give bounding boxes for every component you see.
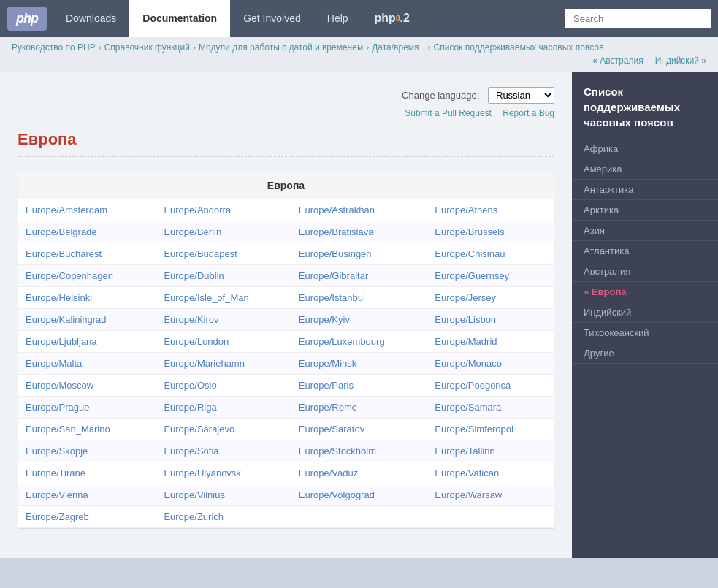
table-cell: Europe/Malta [18, 353, 156, 375]
tz-link[interactable]: Europe/Vatican [435, 467, 499, 478]
tz-link[interactable]: Europe/Busingen [299, 248, 372, 259]
breadcrumb-nav-right: « Австралия Индийский » [592, 56, 706, 66]
tz-link[interactable]: Europe/Moscow [26, 380, 93, 391]
breadcrumb-link-4[interactable]: Дата/время [372, 42, 419, 53]
tz-link[interactable]: Europe/Andorra [164, 205, 231, 215]
table-cell: Europe/Belgrade [18, 221, 156, 243]
tz-link[interactable]: Europe/Dublin [164, 270, 224, 281]
sidebar-item-другие[interactable]: Другие [572, 343, 718, 364]
tz-link[interactable]: Europe/Vaduz [299, 467, 358, 478]
tz-link[interactable]: Europe/Vilnius [164, 489, 225, 500]
tz-link[interactable]: Europe/Tallinn [435, 446, 494, 457]
table-cell: Europe/Vilnius [156, 484, 291, 506]
tz-link[interactable]: Europe/Berlin [164, 226, 221, 237]
tz-link[interactable]: Europe/Warsaw [435, 489, 502, 500]
tz-link[interactable]: Europe/Guernsey [435, 270, 509, 281]
tz-link[interactable]: Europe/Podgorica [435, 380, 511, 391]
tz-link[interactable]: Europe/Jersey [435, 292, 496, 303]
tz-link[interactable]: Europe/Athens [435, 205, 497, 215]
tz-link[interactable]: Europe/Luxembourg [299, 336, 385, 347]
tz-link[interactable]: Europe/Samara [435, 402, 501, 413]
tz-link[interactable]: Europe/Malta [26, 358, 82, 369]
tz-link[interactable]: Europe/Saratov [299, 424, 364, 435]
nav-downloads[interactable]: Downloads [53, 0, 129, 37]
tz-link[interactable]: Europe/Chisinau [435, 248, 505, 259]
sidebar-item-азия[interactable]: Азия [572, 221, 718, 241]
table-cell: Europe/Paris [291, 375, 427, 397]
tz-link[interactable]: Europe/Skopje [26, 446, 88, 457]
tz-link[interactable]: Europe/Tirane [26, 467, 85, 478]
tz-link[interactable]: Europe/London [164, 336, 229, 347]
tz-link[interactable]: Europe/Astrakhan [299, 205, 375, 215]
tz-link[interactable]: Europe/Zagreb [26, 511, 89, 522]
tz-link[interactable]: Europe/Budapest [164, 248, 237, 259]
tz-link[interactable]: Europe/Amsterdam [26, 205, 107, 215]
tz-link[interactable]: Europe/Copenhagen [26, 270, 113, 281]
tz-link[interactable]: Europe/Kyiv [299, 314, 350, 325]
tz-link[interactable]: Europe/Kaliningrad [26, 314, 107, 325]
tz-table: Европа Europe/AmsterdamEurope/AndorraEur… [18, 172, 554, 528]
table-cell: Europe/Zurich [156, 506, 291, 528]
tz-link[interactable]: Europe/Kirov [164, 314, 218, 325]
nav-get-involved[interactable]: Get Involved [230, 0, 314, 37]
breadcrumb-prev[interactable]: « Австралия [592, 56, 643, 66]
sidebar-item-атлантика[interactable]: Атлантика [572, 241, 718, 261]
table-cell: Europe/Andorra [156, 199, 291, 221]
tz-link[interactable]: Europe/Monaco [435, 358, 502, 369]
tz-link[interactable]: Europe/Isle_of_Man [164, 292, 248, 303]
sidebar-item-антарктика[interactable]: Антарктика [572, 180, 718, 200]
tz-table-wrapper: Европа Europe/AmsterdamEurope/AndorraEur… [18, 172, 554, 529]
breadcrumb-sep-1: › [99, 42, 102, 53]
tz-link[interactable]: Europe/Sofia [164, 446, 218, 457]
tz-link[interactable]: Europe/Prague [26, 402, 89, 413]
table-cell: Europe/Ljubljana [18, 331, 156, 353]
tz-link[interactable]: Europe/Stockholm [299, 446, 376, 457]
breadcrumb-link-3[interactable]: Модули для работы с датой и временем [199, 42, 363, 53]
tz-link[interactable]: Europe/Riga [164, 402, 216, 413]
sidebar-item-европа[interactable]: » Европа [572, 282, 718, 302]
sidebar-item-арктика[interactable]: Арктика [572, 200, 718, 221]
tz-link[interactable]: Europe/Volgograd [299, 489, 375, 500]
tz-link[interactable]: Europe/Istanbul [299, 292, 365, 303]
sidebar-item-америка[interactable]: Америка [572, 159, 718, 180]
breadcrumb-next[interactable]: Индийский » [655, 56, 706, 66]
breadcrumb-link-2[interactable]: Справочник функций [104, 42, 190, 53]
tz-link[interactable]: Europe/Brussels [435, 226, 504, 237]
tz-link[interactable]: Europe/Bratislava [299, 226, 374, 237]
tz-link[interactable]: Europe/Minsk [299, 358, 356, 369]
sidebar-item-австралия[interactable]: Австралия [572, 261, 718, 282]
tz-link[interactable]: Europe/Bucharest [26, 248, 102, 259]
tz-link[interactable]: Europe/Helsinki [26, 292, 92, 303]
tz-link[interactable]: Europe/Vienna [26, 489, 88, 500]
search-input[interactable] [565, 9, 711, 28]
tz-link[interactable]: Europe/Belgrade [26, 226, 97, 237]
tz-link[interactable]: Europe/Ulyanovsk [164, 467, 241, 478]
tz-link[interactable]: Europe/Gibraltar [299, 270, 368, 281]
language-dropdown[interactable]: Russian English German French Japanese C… [488, 87, 554, 104]
table-cell: Europe/Budapest [156, 243, 291, 265]
nav-help[interactable]: Help [314, 0, 362, 37]
breadcrumb-link-5[interactable]: Список поддерживаемых часовых поясов [434, 42, 604, 53]
php-version: php8.2 [362, 12, 423, 25]
tz-link[interactable]: Europe/Madrid [435, 336, 497, 347]
sidebar-item-индийский[interactable]: Индийский [572, 302, 718, 323]
tz-link[interactable]: Europe/Zurich [164, 511, 224, 522]
tz-link[interactable]: Europe/Mariehamn [164, 358, 245, 369]
sidebar-title: Список поддерживаемых часовых поясов [572, 84, 718, 139]
tz-link[interactable]: Europe/Paris [299, 380, 354, 391]
tz-link[interactable]: Europe/Rome [299, 402, 357, 413]
tz-link[interactable]: Europe/San_Marino [26, 424, 110, 435]
breadcrumb-link-1[interactable]: Руководство по PHP [12, 42, 96, 53]
tz-link[interactable]: Europe/Lisbon [435, 314, 496, 325]
tz-link[interactable]: Europe/Sarajevo [164, 424, 234, 435]
report-bug-link[interactable]: Report a Bug [503, 108, 554, 118]
tz-link[interactable]: Europe/Simferopol [435, 424, 513, 435]
sidebar-item-тихоокеанский[interactable]: Тихоокеанский [572, 323, 718, 343]
sidebar-item-африка[interactable]: Африка [572, 139, 718, 159]
table-cell: Europe/Podgorica [427, 375, 554, 397]
tz-link[interactable]: Europe/Ljubljana [26, 336, 97, 347]
submit-pr-link[interactable]: Submit a Pull Request [405, 108, 492, 118]
tz-link[interactable]: Europe/Oslo [164, 380, 216, 391]
table-cell: Europe/Astrakhan [291, 199, 427, 221]
nav-documentation[interactable]: Documentation [129, 0, 230, 37]
